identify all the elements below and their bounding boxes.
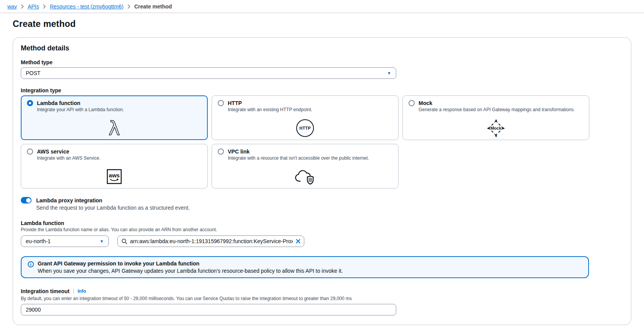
permission-info-alert: Grant API Gateway permission to invoke y… xyxy=(21,256,589,278)
method-type-value: POST xyxy=(26,70,40,76)
tile-title: Mock xyxy=(419,100,432,106)
tile-description: Integrate with an AWS Service. xyxy=(37,155,202,161)
http-icon: HTTP xyxy=(296,119,314,137)
radio-mock[interactable] xyxy=(409,100,415,106)
breadcrumb-link-apis[interactable]: APIs xyxy=(28,3,39,10)
chevron-right-icon xyxy=(127,4,130,9)
info-icon xyxy=(28,261,34,267)
integration-type-label: Integration type xyxy=(21,87,623,93)
radio-aws-service[interactable] xyxy=(27,148,33,155)
info-link[interactable]: Info xyxy=(78,289,86,294)
chevron-down-icon: ▼ xyxy=(387,71,391,75)
alert-body: When you save your changes, API Gateway … xyxy=(38,268,343,274)
lambda-arn-input[interactable] xyxy=(130,238,293,244)
lambda-function-label: Lambda function xyxy=(21,220,623,226)
card-heading: Method details xyxy=(21,44,623,52)
tile-aws-service[interactable]: AWS service Integrate with an AWS Servic… xyxy=(21,144,208,189)
breadcrumb-link-resources[interactable]: Resources - test (zmv6ogttm6) xyxy=(50,3,123,10)
radio-http[interactable] xyxy=(218,100,224,106)
chevron-right-icon xyxy=(43,4,46,9)
breadcrumb: way APIs Resources - test (zmv6ogttm6) C… xyxy=(0,0,644,13)
tile-title: HTTP xyxy=(228,100,242,106)
lambda-icon: λ xyxy=(108,119,120,138)
page-title: Create method xyxy=(13,19,631,29)
search-icon xyxy=(122,239,127,244)
tile-title: Lambda function xyxy=(37,100,80,106)
integration-timeout-helper: By default, you can enter an integration… xyxy=(21,296,623,301)
region-value: eu-north-1 xyxy=(26,238,51,244)
lambda-function-helper: Provide the Lambda function name or alia… xyxy=(21,227,623,232)
alert-title: Grant API Gateway permission to invoke y… xyxy=(38,260,343,267)
tile-vpc-link[interactable]: VPC link Integrate with a resource that … xyxy=(212,144,399,189)
breadcrumb-current: Create method xyxy=(134,3,172,10)
tile-mock[interactable]: Mock Generate a response based on API Ga… xyxy=(402,95,589,140)
mock-icon: Mock ◄► ▲▼ xyxy=(487,119,505,137)
tile-title: VPC link xyxy=(228,148,250,155)
tile-lambda-function[interactable]: Lambda function Integrate your API with … xyxy=(21,95,208,140)
method-type-label: Method type xyxy=(21,59,623,65)
clear-input-icon[interactable] xyxy=(295,239,301,244)
method-type-select[interactable]: POST ▼ xyxy=(21,67,396,79)
lambda-arn-field xyxy=(117,235,304,247)
svg-text:aws: aws xyxy=(109,172,120,179)
integration-timeout-input[interactable] xyxy=(21,304,396,315)
breadcrumb-link-gateway[interactable]: way xyxy=(7,3,17,10)
chevron-down-icon: ▼ xyxy=(100,239,104,244)
radio-vpc-link[interactable] xyxy=(218,148,224,155)
region-select[interactable]: eu-north-1 ▼ xyxy=(21,235,109,247)
tile-title: AWS service xyxy=(37,148,69,155)
label-divider xyxy=(73,289,74,294)
lambda-proxy-label: Lambda proxy integration xyxy=(36,197,102,204)
tile-description: Integrate your API with a Lambda functio… xyxy=(37,107,202,112)
tile-description: Integrate with an existing HTTP endpoint… xyxy=(228,107,392,112)
method-details-card: Method details Method type POST ▼ Integr… xyxy=(13,37,631,325)
chevron-right-icon xyxy=(21,4,24,9)
aws-icon: aws xyxy=(105,168,123,185)
tile-description: Integrate with a resource that isn't acc… xyxy=(228,155,392,161)
tile-description: Generate a response based on API Gateway… xyxy=(419,107,583,112)
integration-timeout-label: Integration timeout xyxy=(21,288,70,294)
vpc-link-icon xyxy=(294,168,316,185)
lambda-proxy-toggle[interactable] xyxy=(21,197,32,204)
integration-type-tiles: Lambda function Integrate your API with … xyxy=(21,95,623,189)
tile-http[interactable]: HTTP Integrate with an existing HTTP end… xyxy=(212,95,399,140)
radio-lambda-function[interactable] xyxy=(27,100,33,106)
lambda-proxy-description: Send the request to your Lambda function… xyxy=(36,205,623,211)
